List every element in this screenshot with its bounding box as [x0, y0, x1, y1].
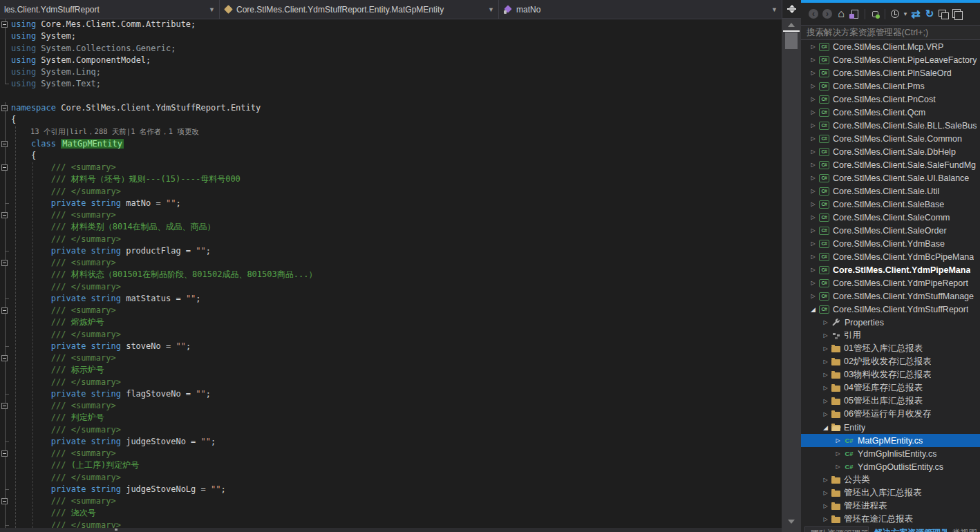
tree-row[interactable]: ▷01管坯入库汇总报表	[801, 342, 980, 355]
tree-row[interactable]: ▷C#Core.StlMes.Client.Sale.Common	[801, 132, 980, 145]
scroll-up-arrow[interactable]	[788, 23, 795, 27]
code-line[interactable]: using System.Text;	[0, 78, 782, 90]
tree-row[interactable]: ▷C#Core.StlMes.Client.Qcm	[801, 106, 980, 119]
tree-row[interactable]: ▷C#Core.StlMes.Client.Sale.UI.Balance	[801, 171, 980, 184]
expand-arrow-icon[interactable]: ▷	[822, 372, 829, 378]
tree-row[interactable]: ▷C#Core.StlMes.Client.Sale.DbHelp	[801, 145, 980, 158]
code-line[interactable]: /// <summary>	[0, 305, 782, 316]
code-lines[interactable]: using Core.Mes.Client.Comm.Attribute;usi…	[0, 19, 782, 532]
fold-toggle-minus-icon[interactable]	[1, 164, 8, 171]
expand-arrow-icon[interactable]: ▷	[822, 359, 829, 365]
tree-row[interactable]: ▷C#Core.StlMes.Client.SaleOrder	[801, 224, 980, 237]
expand-arrow-icon[interactable]: ▷	[809, 175, 817, 181]
split-editor-handle[interactable]	[782, 0, 801, 19]
expand-arrow-icon[interactable]: ▷	[809, 122, 817, 129]
fold-toggle-minus-icon[interactable]	[1, 260, 8, 266]
forward-icon[interactable]	[820, 7, 834, 21]
expand-arrow-icon[interactable]: ▷	[822, 477, 829, 483]
tree-row[interactable]: ▷Properties	[801, 316, 980, 329]
code-line[interactable]: using System;	[0, 30, 782, 42]
code-line[interactable]: private string stoveNo = "";	[0, 341, 782, 352]
home-icon[interactable]	[834, 7, 848, 21]
dropdown-caret-icon[interactable]	[902, 7, 909, 21]
code-line[interactable]: /// <summary>	[0, 495, 782, 507]
code-line[interactable]: /// <summary>	[0, 448, 782, 459]
expand-arrow-icon[interactable]: ▷	[822, 345, 829, 352]
code-line[interactable]: /// <summary>	[0, 257, 782, 269]
expand-arrow-icon[interactable]: ▷	[834, 437, 842, 444]
code-line[interactable]: private string productFlag = "";	[0, 245, 782, 257]
expand-arrow-icon[interactable]: ▷	[809, 254, 817, 260]
code-line[interactable]: using System.Linq;	[0, 66, 782, 78]
code-line[interactable]: {	[0, 150, 782, 162]
code-line[interactable]: /// <summary>	[0, 400, 782, 412]
tree-row[interactable]: ▷C#Core.StlMes.Client.YdmBase	[801, 237, 980, 250]
tree-row[interactable]: ▷C#Core.StlMes.Client.YdmBcPipeMana	[801, 250, 980, 263]
tree-row[interactable]: ◢Entity	[801, 421, 980, 434]
bottom-tab[interactable]: 团队资源管理器	[804, 526, 869, 532]
tree-row[interactable]: ▷引用	[801, 329, 980, 342]
collapse-arrow-icon[interactable]: ◢	[809, 306, 817, 313]
tree-row[interactable]: ▷C#Core.StlMes.Client.Mcp.VRP	[801, 40, 980, 53]
tree-row[interactable]: ▷02炉批收发存汇总报表	[801, 355, 980, 368]
expand-arrow-icon[interactable]: ▷	[809, 135, 817, 142]
tree-row[interactable]: ▷C#Core.StlMes.Client.Sale.BLL.SaleBus	[801, 119, 980, 132]
tree-row[interactable]: ▷C#Core.StlMes.Client.SaleComm	[801, 211, 980, 224]
code-line[interactable]: /// <summary>	[0, 352, 782, 364]
expand-arrow-icon[interactable]: ▷	[822, 398, 829, 404]
code-line[interactable]: /// 材料状态（801501在制品阶段、801502成品、801503商品..…	[0, 269, 782, 281]
code-line[interactable]: class MatGpMEntity	[0, 138, 782, 150]
bottom-tab[interactable]: 类视图	[947, 526, 980, 532]
tree-row[interactable]: ▷C#YdmGpOutlistEntity.cs	[801, 460, 980, 473]
preview-window-icon[interactable]	[936, 7, 950, 21]
expand-arrow-icon[interactable]: ▷	[834, 450, 842, 457]
expand-arrow-icon[interactable]: ▷	[822, 385, 829, 391]
code-line[interactable]: /// 材料类别（8014在制品、成品、商品）	[0, 221, 782, 233]
refresh-sync-icon[interactable]	[909, 7, 923, 21]
fold-toggle-minus-icon[interactable]	[1, 403, 8, 409]
fold-toggle-minus-icon[interactable]	[1, 21, 8, 28]
tree-row[interactable]: ▷C#Core.StlMes.Client.YdmStuffManage	[801, 289, 980, 303]
code-line[interactable]: /// <summary>	[0, 162, 782, 173]
tree-row[interactable]: ▷公共类	[801, 473, 980, 486]
fold-toggle-minus-icon[interactable]	[1, 355, 8, 361]
tree-row[interactable]: ▷管坯出入库汇总报表	[801, 486, 980, 500]
code-line[interactable]: /// </summary>	[0, 234, 782, 245]
horizontal-scrollbar[interactable]	[0, 528, 782, 532]
back-icon[interactable]	[807, 7, 820, 21]
expand-arrow-icon[interactable]: ▷	[809, 96, 817, 102]
history-icon[interactable]	[888, 7, 902, 21]
code-line[interactable]: /// </summary>	[0, 186, 782, 198]
vertical-scrollbar[interactable]	[782, 0, 801, 532]
tree-row[interactable]: ▷C#MatGpMEntity.cs	[801, 434, 980, 447]
solution-explorer-search[interactable]	[801, 25, 980, 40]
search-input[interactable]	[801, 26, 980, 39]
tree-row[interactable]: ▷04管坯库存汇总报表	[801, 381, 980, 395]
collapse-all-icon[interactable]	[950, 7, 964, 21]
code-line[interactable]: /// 浇次号	[0, 507, 782, 519]
tree-row[interactable]: ▷C#Core.StlMes.Client.Sale.Util	[801, 184, 980, 198]
fold-toggle-minus-icon[interactable]	[1, 450, 8, 457]
expand-arrow-icon[interactable]: ▷	[809, 162, 817, 168]
tree-row[interactable]: ▷03物料收发存汇总报表	[801, 368, 980, 381]
code-line[interactable]: /// </summary>	[0, 377, 782, 388]
tree-row[interactable]: ▷C#Core.StlMes.Client.SaleBase	[801, 198, 980, 211]
code-line[interactable]: /// </summary>	[0, 472, 782, 484]
code-line[interactable]: /// </summary>	[0, 281, 782, 293]
bottom-tab[interactable]: 解决方案资源管理器	[869, 526, 947, 532]
scrollbar-thumb[interactable]	[785, 32, 798, 49]
scroll-down-arrow[interactable]	[788, 520, 795, 524]
tree-row[interactable]: ▷C#Core.StlMes.Client.YdmPipeReport	[801, 276, 980, 289]
code-line[interactable]: /// (上工序)判定炉号	[0, 459, 782, 471]
expand-arrow-icon[interactable]: ▷	[822, 319, 829, 325]
expand-arrow-icon[interactable]: ▷	[809, 44, 817, 50]
expand-arrow-icon[interactable]: ▷	[809, 267, 817, 273]
tree-row[interactable]: ▷管坯进程表	[801, 500, 980, 513]
expand-arrow-icon[interactable]: ▷	[809, 227, 817, 234]
tree-row[interactable]: ▷C#YdmGpInlistEntity.cs	[801, 447, 980, 460]
code-line[interactable]: 13 个引用|lirl，288 天前|1 名作者，1 项更改	[0, 126, 782, 137]
tree-row[interactable]: ▷管坯在途汇总报表	[801, 513, 980, 526]
code-line[interactable]: /// <summary>	[0, 209, 782, 221]
code-editor[interactable]: les.Client.YdmStuffReport ▼ Core.StlMes.…	[0, 0, 782, 532]
project-dropdown[interactable]: les.Client.YdmStuffReport ▼	[0, 0, 220, 19]
